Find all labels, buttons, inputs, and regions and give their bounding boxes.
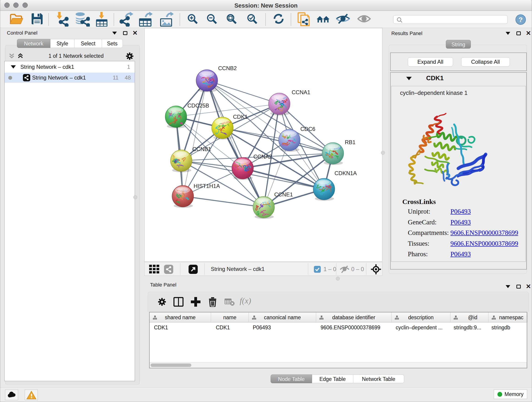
svg-text:CDC6: CDC6 <box>300 126 315 132</box>
svg-text:CCNA1: CCNA1 <box>292 89 310 95</box>
svg-text:CCNE1: CCNE1 <box>274 191 293 198</box>
svg-text:CCNA2: CCNA2 <box>253 153 272 160</box>
svg-text:CDC25B: CDC25B <box>187 102 209 109</box>
svg-text:CDKN1A: CDKN1A <box>335 170 357 176</box>
svg-text:HIST1H1A: HIST1H1A <box>194 183 220 189</box>
svg-text:CDK1: CDK1 <box>233 114 248 120</box>
svg-text:CCNB1: CCNB1 <box>192 146 211 152</box>
svg-text:CCNB2: CCNB2 <box>218 65 237 71</box>
svg-text:RB1: RB1 <box>345 139 355 145</box>
